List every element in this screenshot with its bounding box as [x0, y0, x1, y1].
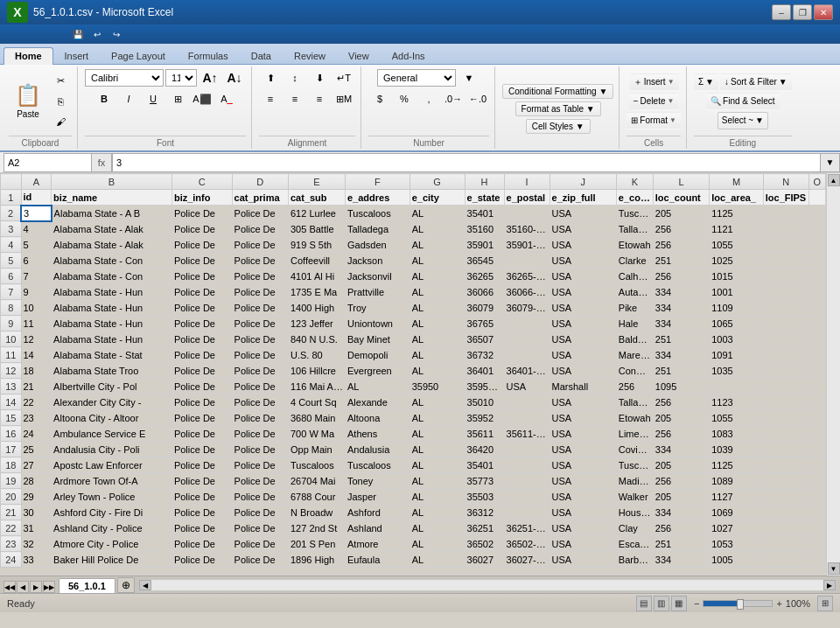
cell-styles-button[interactable]: Cell Styles ▼ [526, 119, 591, 134]
table-cell[interactable]: USA [550, 442, 616, 457]
table-cell[interactable] [808, 237, 825, 253]
table-cell[interactable]: Albertville City - Pol [52, 379, 172, 394]
save-quick-button[interactable]: 💾 [70, 26, 86, 42]
table-cell[interactable]: AL [410, 536, 465, 552]
sheet-last-button[interactable]: ▶▶ [43, 581, 55, 593]
table-cell[interactable]: 35611-245 [504, 426, 550, 442]
table-cell[interactable]: 24 [21, 426, 52, 442]
table-cell[interactable]: Alabama State - Alak [52, 221, 172, 237]
row-header[interactable]: 9 [1, 316, 22, 331]
merge-center-button[interactable]: ⊞M [332, 89, 355, 108]
table-cell[interactable]: U.S. 80 [288, 347, 345, 363]
table-cell[interactable]: 1896 High [288, 552, 345, 568]
col-header-H[interactable]: H [465, 174, 504, 190]
table-cell[interactable]: Police De [172, 489, 232, 505]
table-cell[interactable]: Police De [232, 331, 288, 347]
sheet-first-button[interactable]: ◀◀ [4, 581, 16, 593]
table-cell[interactable]: 334 [653, 505, 709, 520]
table-cell[interactable]: Police De [232, 410, 288, 426]
scroll-right-button[interactable]: ▶ [823, 580, 836, 590]
select-button[interactable]: Select ~ ▼ [718, 112, 768, 129]
table-cell[interactable] [808, 426, 825, 442]
table-cell[interactable]: 28 [21, 473, 52, 489]
sheet-next-button[interactable]: ▶ [30, 581, 42, 593]
table-cell[interactable]: Alabama State - Hun [52, 316, 172, 331]
table-cell[interactable]: 840 N U.S. [288, 331, 345, 347]
table-cell[interactable]: Alexande [345, 394, 410, 410]
table-cell[interactable]: 1109 [710, 300, 764, 316]
table-cell[interactable] [504, 316, 550, 331]
table-cell[interactable]: Clarke [616, 253, 653, 269]
table-cell[interactable]: AL [410, 284, 465, 300]
table-cell[interactable]: Ashland [345, 520, 410, 536]
conditional-formatting-button[interactable]: Conditional Formatting ▼ [502, 84, 613, 99]
table-cell[interactable]: Uniontown [345, 316, 410, 331]
table-cell[interactable]: 4 [21, 221, 52, 237]
table-cell[interactable] [808, 489, 825, 505]
table-cell[interactable]: 127 2nd St [288, 520, 345, 536]
table-cell[interactable]: Police De [232, 552, 288, 568]
table-cell[interactable]: Tuscaloos [616, 206, 653, 221]
table-cell[interactable] [808, 253, 825, 269]
table-cell[interactable]: USA [550, 316, 616, 331]
table-cell[interactable]: Police De [232, 347, 288, 363]
row-header[interactable]: 7 [1, 284, 22, 300]
redo-quick-button[interactable]: ↪ [108, 26, 124, 42]
sum-button[interactable]: Σ▼ [694, 73, 718, 91]
tab-insert[interactable]: Insert [53, 47, 101, 64]
table-cell[interactable]: Coffeevill [288, 253, 345, 269]
table-cell[interactable]: Police De [172, 316, 232, 331]
table-cell[interactable]: Troy [345, 300, 410, 316]
table-cell[interactable]: 10 [21, 300, 52, 316]
scroll-left-button[interactable]: ◀ [139, 580, 151, 590]
table-cell[interactable]: Madison [616, 473, 653, 489]
table-cell[interactable] [808, 206, 825, 221]
table-cell[interactable]: Conecuh [616, 363, 653, 379]
table-cell[interactable]: 1089 [710, 473, 764, 489]
table-cell[interactable]: Gadsden [345, 237, 410, 253]
table-cell[interactable]: Police De [232, 379, 288, 394]
table-cell[interactable]: Talladega [345, 221, 410, 237]
font-color-button[interactable]: A_ [215, 89, 238, 108]
table-cell[interactable]: 1039 [710, 442, 764, 457]
table-cell[interactable] [763, 426, 808, 442]
row-header[interactable]: 13 [1, 379, 22, 394]
col-header-O[interactable]: O [808, 174, 825, 190]
table-cell[interactable]: Altoona City - Altoor [52, 410, 172, 426]
table-cell[interactable]: Clay [616, 520, 653, 536]
row-header[interactable]: 21 [1, 505, 22, 520]
table-cell[interactable]: AL [410, 410, 465, 426]
table-cell[interactable] [763, 379, 808, 394]
sheet-tab-active[interactable]: 56_1.0.1 [59, 578, 116, 593]
table-cell[interactable]: Prattville [345, 284, 410, 300]
table-cell[interactable]: loc_count [653, 190, 709, 206]
table-cell[interactable]: Police De [232, 300, 288, 316]
table-cell[interactable] [763, 520, 808, 536]
table-cell[interactable]: 201 S Pen [288, 536, 345, 552]
table-cell[interactable]: 36027 [465, 552, 504, 568]
undo-quick-button[interactable]: ↩ [89, 26, 105, 42]
table-cell[interactable]: AL [410, 442, 465, 457]
table-cell[interactable]: Apostc Law Enforcer [52, 457, 172, 473]
table-cell[interactable]: 4 Court Sq [288, 394, 345, 410]
table-cell[interactable]: 3 [21, 206, 52, 221]
row-header[interactable]: 20 [1, 489, 22, 505]
table-cell[interactable]: Athens [345, 426, 410, 442]
table-cell[interactable]: Bay Minet [345, 331, 410, 347]
table-cell[interactable]: USA [550, 520, 616, 536]
table-cell[interactable] [710, 379, 764, 394]
table-cell[interactable]: Alabama State - Con [52, 269, 172, 284]
decrease-decimal-button[interactable]: ←.0 [466, 89, 489, 108]
table-cell[interactable]: Eufaula [345, 552, 410, 568]
table-cell[interactable] [763, 221, 808, 237]
wrap-text-button[interactable]: ↵T [332, 68, 355, 87]
table-cell[interactable]: 9 [21, 284, 52, 300]
table-cell[interactable]: USA [550, 331, 616, 347]
table-cell[interactable]: 36066 [465, 284, 504, 300]
table-cell[interactable]: Police De [232, 363, 288, 379]
table-cell[interactable]: 36079-531 [504, 300, 550, 316]
col-header-G[interactable]: G [410, 174, 465, 190]
table-cell[interactable]: 1003 [710, 331, 764, 347]
table-cell[interactable] [763, 206, 808, 221]
table-cell[interactable]: e_addres [345, 190, 410, 206]
